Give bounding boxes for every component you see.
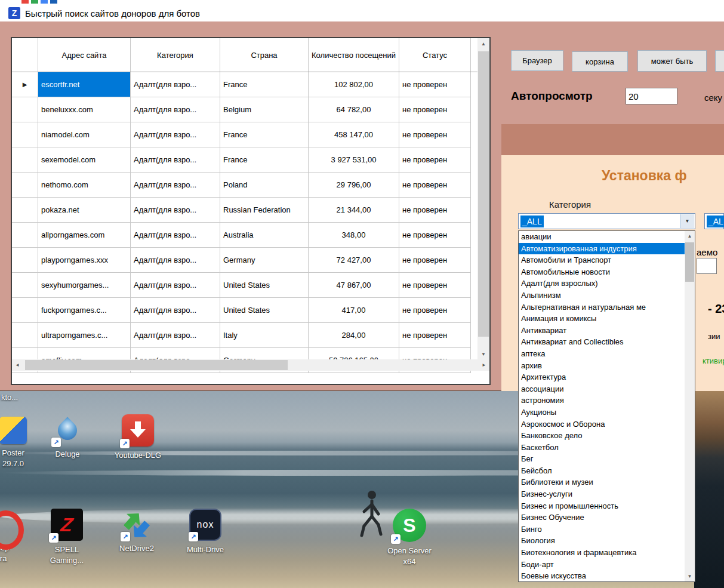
cell[interactable]: не проверен bbox=[399, 97, 471, 122]
cell[interactable]: Poland bbox=[220, 173, 309, 197]
cell[interactable]: 102 802,00 bbox=[309, 72, 399, 97]
cell[interactable]: не проверен bbox=[399, 273, 471, 297]
cell[interactable]: 284,00 bbox=[309, 323, 399, 347]
cell[interactable]: allporngames.com bbox=[38, 223, 131, 247]
cell[interactable]: 417,00 bbox=[309, 298, 399, 322]
dropdown-item[interactable]: архив bbox=[519, 360, 685, 372]
dropdown-item[interactable]: авиации bbox=[519, 231, 685, 243]
cell[interactable]: France bbox=[220, 122, 309, 147]
cell[interactable]: United States bbox=[220, 298, 309, 322]
cell[interactable]: Адалт(для взро... bbox=[131, 97, 220, 122]
scroll-down-icon[interactable]: ▼ bbox=[477, 349, 489, 359]
dropdown-item[interactable]: Бинго bbox=[519, 524, 685, 535]
cell[interactable]: Belgium bbox=[220, 97, 309, 122]
scroll-up-icon[interactable]: ▲ bbox=[685, 231, 695, 241]
row-selector[interactable] bbox=[12, 173, 38, 197]
cell[interactable]: playporngames.xxx bbox=[38, 248, 131, 272]
autoview-seconds-input[interactable] bbox=[626, 88, 677, 104]
cell[interactable]: pokaza.net bbox=[38, 198, 131, 222]
cell[interactable]: 21 344,00 bbox=[309, 198, 399, 222]
cell[interactable]: 3 927 531,00 bbox=[309, 147, 399, 172]
row-selector[interactable] bbox=[12, 248, 38, 272]
dropdown-item[interactable]: Альтернативная и натуральная ме bbox=[519, 301, 685, 313]
row-selector[interactable] bbox=[12, 198, 38, 222]
dropdown-item[interactable]: Боевые искусства bbox=[519, 570, 685, 581]
row-selector[interactable] bbox=[12, 122, 38, 147]
table-row[interactable]: beneluxxx.comАдалт(для взро...Belgium64 … bbox=[12, 97, 471, 122]
scroll-down-icon[interactable]: ▼ bbox=[685, 571, 695, 581]
cell[interactable]: Адалт(для взро... bbox=[131, 298, 220, 322]
table-row[interactable]: ultraporngames.c...Адалт(для взро...Ital… bbox=[12, 323, 471, 348]
row-selector[interactable] bbox=[12, 323, 38, 347]
cell[interactable]: Адалт(для взро... bbox=[131, 248, 220, 272]
table-row[interactable]: sexyhumorgames...Адалт(для взро...United… bbox=[12, 273, 471, 298]
cell[interactable]: не проверен bbox=[399, 323, 471, 347]
cell[interactable]: не проверен bbox=[399, 173, 471, 197]
column-header[interactable]: Статус bbox=[399, 38, 471, 72]
dropdown-item[interactable]: Автоматизированная индустрия bbox=[519, 243, 685, 255]
cell[interactable]: Russian Federation bbox=[220, 198, 309, 222]
cell[interactable]: 47 867,00 bbox=[309, 273, 399, 297]
dropdown-item[interactable]: ассоциации bbox=[519, 383, 685, 395]
maybe-button[interactable]: может быть bbox=[637, 50, 707, 72]
row-selector[interactable] bbox=[12, 97, 38, 122]
browser-button[interactable]: Браузер bbox=[511, 50, 563, 71]
partial-button[interactable] bbox=[715, 50, 724, 72]
dropdown-item[interactable]: Адалт(для взрослых) bbox=[519, 278, 685, 290]
cell[interactable]: не проверен bbox=[399, 198, 471, 222]
desktop-icon-spell[interactable]: Z↗SPELLGaming... bbox=[42, 509, 92, 565]
table-row[interactable]: allporngames.comАдалт(для взро...Austral… bbox=[12, 223, 471, 248]
dropdown-scroll-thumb[interactable] bbox=[685, 242, 694, 282]
row-selector[interactable] bbox=[12, 223, 38, 247]
cell[interactable]: nethomo.com bbox=[38, 173, 131, 197]
dropdown-item[interactable]: Автомобили и Транспорт bbox=[519, 254, 685, 266]
dropdown-item[interactable]: Аэрокосмос и Оборона bbox=[519, 418, 685, 430]
cell[interactable]: не проверен bbox=[399, 223, 471, 247]
scroll-right-icon[interactable]: ► bbox=[479, 359, 489, 371]
dropdown-item[interactable]: Антиквариат and Collectibles bbox=[519, 336, 685, 348]
cell[interactable]: United States bbox=[220, 273, 309, 297]
table-row[interactable]: pokaza.netАдалт(для взро...Russian Feder… bbox=[12, 198, 471, 223]
table-row[interactable]: fuckporngames.c...Адалт(для взро...Unite… bbox=[12, 298, 471, 323]
row-selector[interactable] bbox=[12, 147, 38, 172]
cell[interactable]: 458 147,00 bbox=[309, 122, 399, 147]
grid-horizontal-scrollbar[interactable]: ◄ ► bbox=[12, 359, 489, 371]
cell[interactable]: 29 796,00 bbox=[309, 173, 399, 197]
column-header[interactable]: Категория bbox=[131, 38, 220, 72]
cell[interactable]: beneluxxx.com bbox=[38, 97, 131, 122]
cell[interactable]: Адалт(для взро... bbox=[131, 273, 220, 297]
dropdown-item[interactable]: Автомобильные новости bbox=[519, 266, 685, 278]
dropdown-item[interactable]: Бизнес и промышленность bbox=[519, 500, 685, 512]
cell[interactable]: France bbox=[220, 72, 309, 97]
dropdown-item[interactable]: Анимация и комиксы bbox=[519, 313, 685, 325]
dropdown-item[interactable]: Аукционы bbox=[519, 407, 685, 418]
dropdown-item[interactable]: Бейсбол bbox=[519, 465, 685, 477]
grid-vertical-scrollbar[interactable]: ▲ ▼ bbox=[477, 38, 489, 359]
dropdown-item[interactable]: Бизнес-услуги bbox=[519, 488, 685, 500]
cell[interactable]: Адалт(для взро... bbox=[131, 72, 220, 97]
cell[interactable]: sexyhumorgames... bbox=[38, 273, 131, 297]
row-selector[interactable] bbox=[12, 273, 38, 297]
cell[interactable]: не проверен bbox=[399, 122, 471, 147]
cell[interactable]: не проверен bbox=[399, 298, 471, 322]
row-selector[interactable] bbox=[12, 298, 38, 322]
combobox-dropdown-button[interactable]: ▼ bbox=[680, 214, 694, 228]
vertical-scroll-thumb[interactable] bbox=[478, 51, 489, 337]
table-row[interactable]: nethomo.comАдалт(для взро...Poland29 796… bbox=[12, 173, 471, 198]
cell[interactable]: не проверен bbox=[399, 147, 471, 172]
desktop-icon-deluge[interactable]: ↗Deluge bbox=[42, 417, 93, 460]
cell[interactable]: Адалт(для взро... bbox=[131, 147, 220, 172]
table-row[interactable]: sexemodel.comАдалт(для взро...France3 92… bbox=[12, 147, 471, 173]
cell[interactable]: Адалт(для взро... bbox=[131, 223, 220, 247]
basket-button[interactable]: корзина bbox=[572, 51, 628, 72]
cell[interactable]: не проверен bbox=[399, 72, 471, 97]
desktop-icon-poster[interactable]: Poster29.7.0 bbox=[0, 417, 38, 469]
table-row[interactable]: ▶escortfr.netАдалт(для взро...France102 … bbox=[12, 72, 471, 97]
cell[interactable]: 64 782,00 bbox=[309, 97, 399, 122]
cell[interactable]: Germany bbox=[220, 248, 309, 272]
table-row[interactable]: playporngames.xxxАдалт(для взро...German… bbox=[12, 248, 471, 273]
cell[interactable]: escortfr.net bbox=[38, 72, 131, 97]
horizontal-scroll-thumb[interactable] bbox=[25, 360, 288, 370]
column-header[interactable]: Количество посещений bbox=[309, 38, 399, 72]
dropdown-item[interactable]: Бизнес Обучение bbox=[519, 512, 685, 524]
